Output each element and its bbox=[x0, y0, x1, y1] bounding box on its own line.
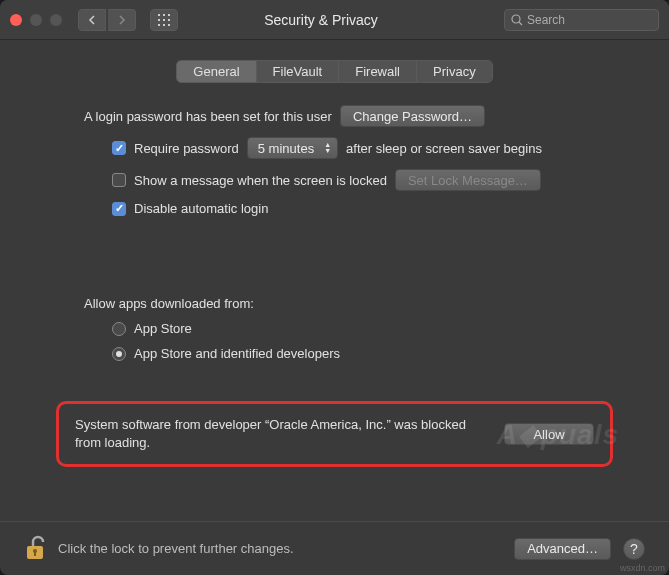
search-placeholder: Search bbox=[527, 13, 565, 27]
window-controls bbox=[10, 14, 62, 26]
change-password-button[interactable]: Change Password… bbox=[340, 105, 485, 127]
radio-app-store-label: App Store bbox=[134, 321, 192, 336]
disable-auto-login-label: Disable automatic login bbox=[134, 201, 268, 216]
svg-point-9 bbox=[512, 15, 520, 23]
blocked-software-notice: System software from developer “Oracle A… bbox=[56, 401, 613, 467]
after-sleep-label: after sleep or screen saver begins bbox=[346, 141, 542, 156]
radio-app-store-identified-label: App Store and identified developers bbox=[134, 346, 340, 361]
titlebar: Security & Privacy Search bbox=[0, 0, 669, 40]
allow-button[interactable]: Allow bbox=[504, 423, 594, 445]
svg-rect-13 bbox=[34, 552, 36, 556]
blocked-message: System software from developer “Oracle A… bbox=[75, 416, 484, 452]
tab-firewall[interactable]: Firewall bbox=[339, 61, 417, 82]
disable-auto-login-checkbox[interactable] bbox=[112, 202, 126, 216]
unlocked-lock-icon bbox=[24, 534, 46, 560]
tab-filevault[interactable]: FileVault bbox=[257, 61, 340, 82]
show-message-checkbox[interactable] bbox=[112, 173, 126, 187]
footer: Click the lock to prevent further change… bbox=[0, 521, 669, 575]
chevron-right-icon bbox=[118, 15, 126, 25]
window-title: Security & Privacy bbox=[148, 12, 494, 28]
svg-line-10 bbox=[519, 22, 522, 25]
require-password-label: Require password bbox=[134, 141, 239, 156]
lock-hint-text: Click the lock to prevent further change… bbox=[58, 541, 502, 556]
tab-privacy[interactable]: Privacy bbox=[417, 61, 492, 82]
radio-app-store[interactable] bbox=[112, 322, 126, 336]
login-password-label: A login password has been set for this u… bbox=[84, 109, 332, 124]
advanced-button[interactable]: Advanced… bbox=[514, 538, 611, 560]
set-lock-message-button: Set Lock Message… bbox=[395, 169, 541, 191]
help-button[interactable]: ? bbox=[623, 538, 645, 560]
back-button[interactable] bbox=[78, 9, 106, 31]
search-icon bbox=[511, 14, 523, 26]
tab-bar: General FileVault Firewall Privacy bbox=[24, 60, 645, 83]
delay-value: 5 minutes bbox=[258, 141, 314, 156]
chevron-left-icon bbox=[88, 15, 96, 25]
minimize-window-button bbox=[30, 14, 42, 26]
show-message-label: Show a message when the screen is locked bbox=[134, 173, 387, 188]
chevron-updown-icon: ▲▼ bbox=[324, 142, 331, 154]
forward-button[interactable] bbox=[108, 9, 136, 31]
allow-apps-heading: Allow apps downloaded from: bbox=[84, 296, 254, 311]
zoom-window-button bbox=[50, 14, 62, 26]
search-input[interactable]: Search bbox=[504, 9, 659, 31]
lock-button[interactable] bbox=[24, 534, 46, 563]
require-password-delay-select[interactable]: 5 minutes ▲▼ bbox=[247, 137, 338, 159]
radio-app-store-identified[interactable] bbox=[112, 347, 126, 361]
close-window-button[interactable] bbox=[10, 14, 22, 26]
tab-general[interactable]: General bbox=[177, 61, 256, 82]
require-password-checkbox[interactable] bbox=[112, 141, 126, 155]
